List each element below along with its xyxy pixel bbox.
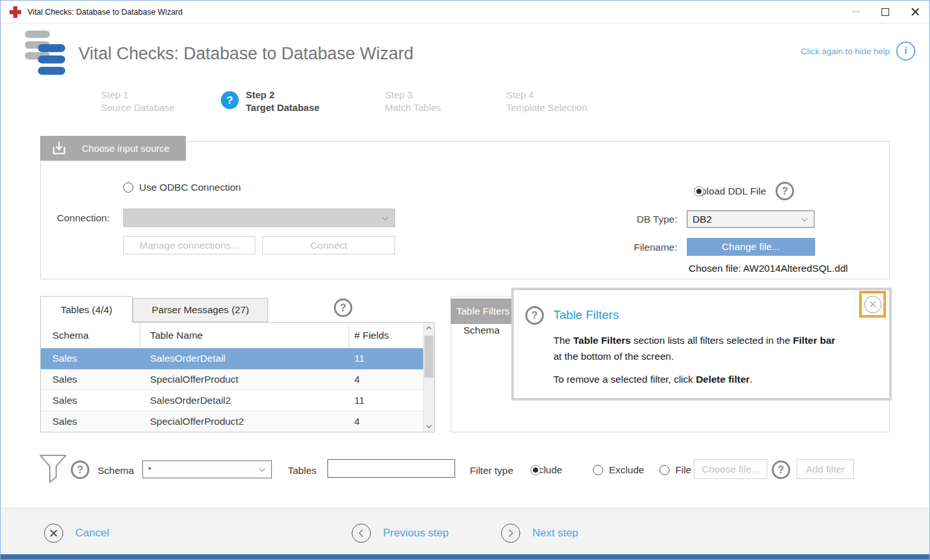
cell-table-name: SpecialOfferProduct [140, 369, 349, 390]
hide-help-link[interactable]: Click again to hide help [800, 41, 915, 61]
upload-help-icon[interactable] [776, 182, 794, 200]
manage-connections-button[interactable]: Manage connections... [123, 236, 255, 254]
step-4-template-selection[interactable]: Step 4 Template Selection [506, 89, 587, 114]
odbc-connection-radio[interactable]: Use ODBC Connection [123, 182, 241, 193]
window-title: Vital Checks: Database to Database Wizar… [27, 8, 183, 17]
close-button[interactable] [900, 1, 929, 23]
filter-schema-value: * [148, 465, 151, 475]
popup-paragraph-2: To remove a selected filter, click Delet… [553, 371, 873, 387]
download-icon [50, 140, 68, 157]
popup-paragraph-1: The Table Filters section lists all filt… [553, 332, 873, 364]
vertical-scrollbar[interactable] [423, 323, 434, 432]
maximize-icon [881, 8, 889, 16]
col-table-name: Table Name [140, 323, 349, 348]
file-radio-label: File [675, 464, 691, 476]
filter-type-label: Filter type [470, 465, 513, 476]
input-source-header: Choose input source [40, 136, 186, 161]
tab-parser-messages[interactable]: Parser Messages (27) [133, 298, 268, 322]
step-1-source-database[interactable]: Step 1 Source Database [101, 89, 175, 114]
table-filters-schema-column: Schema [463, 325, 500, 336]
cell-schema: Sales [41, 369, 140, 390]
file-radio-circle [659, 465, 670, 475]
odbc-radio-circle [123, 182, 133, 193]
app-window: Vital Checks: Database to Database Wizar… [0, 0, 930, 560]
upload-radio-circle [694, 186, 704, 196]
upload-ddl-radio[interactable]: Upload DDL File [694, 182, 794, 200]
step-1-number: Step 1 [101, 89, 175, 101]
table-row[interactable]: Sales SpecialOfferProduct 4 [41, 369, 434, 390]
close-icon [869, 301, 876, 307]
db-type-select[interactable]: DB2 [687, 210, 814, 228]
next-step-button[interactable]: Next step [501, 524, 578, 543]
filter-schema-select[interactable]: * [142, 461, 272, 478]
cell-num-fields: 4 [349, 411, 423, 432]
filter-funnel-icon [39, 454, 67, 487]
step-3-label: Match Tables [385, 101, 441, 114]
info-icon [896, 41, 915, 61]
filter-schema-label: Schema [98, 465, 134, 476]
filter-type-file-radio[interactable]: File [659, 464, 691, 476]
choose-file-button[interactable]: Choose file... [694, 459, 767, 479]
step-2-question-icon [221, 91, 239, 109]
step-3-number: Step 3 [385, 89, 441, 101]
input-source-header-label: Choose input source [82, 143, 170, 154]
cancel-x-icon [44, 524, 63, 543]
tables-help-icon[interactable] [334, 298, 352, 317]
table-row[interactable]: Sales SpecialOfferProduct2 4 [41, 411, 434, 432]
cell-schema: Sales [41, 390, 140, 411]
table-row[interactable]: Sales SalesOrderDetail 11 [41, 348, 434, 369]
scroll-up-arrow[interactable] [424, 323, 434, 334]
connect-button[interactable]: Connect [262, 236, 395, 254]
filter-tables-label: Tables [288, 465, 317, 476]
choose-file-help-icon[interactable] [772, 461, 790, 479]
scroll-down-arrow[interactable] [424, 421, 434, 432]
table-filters-help-popup: Table Filters The Table Filters section … [511, 288, 892, 401]
exclude-radio-circle [593, 465, 603, 475]
next-step-label: Next step [532, 527, 578, 540]
db-type-label: DB Type: [592, 214, 677, 225]
db-type-value: DB2 [693, 214, 712, 225]
change-file-button[interactable]: Change file... [687, 238, 815, 256]
popup-close-highlight [859, 291, 886, 318]
col-schema: Schema [41, 323, 140, 348]
scrollbar-thumb[interactable] [424, 335, 433, 378]
connection-label: Connection: [57, 212, 110, 224]
chevron-down-icon [802, 215, 808, 221]
chevron-down-icon [259, 466, 266, 472]
cell-num-fields: 4 [349, 369, 423, 390]
filter-type-exclude-radio[interactable]: Exclude [593, 464, 644, 476]
connection-select[interactable] [123, 209, 395, 227]
table-filters-header: Table Filters [451, 298, 513, 324]
add-filter-button[interactable]: Add filter [797, 459, 854, 479]
include-radio-circle [530, 465, 541, 475]
maximize-button[interactable] [871, 1, 900, 23]
previous-step-button[interactable]: Previous step [352, 524, 449, 543]
previous-step-label: Previous step [383, 527, 449, 540]
step-2-label: Target Database [246, 101, 320, 114]
cancel-button[interactable]: Cancel [44, 524, 109, 543]
filename-label: Filename: [592, 242, 677, 253]
col-num-fields: # Fields [349, 323, 423, 348]
popup-close-button[interactable] [864, 296, 881, 313]
filter-tables-input[interactable] [327, 459, 455, 478]
minimize-icon [852, 11, 860, 12]
step-3-match-tables[interactable]: Step 3 Match Tables [385, 89, 441, 114]
filter-help-icon[interactable] [71, 461, 89, 479]
step-4-label: Template Selection [506, 101, 587, 114]
step-4-number: Step 4 [506, 89, 587, 101]
filter-type-include-radio[interactable]: Include [530, 464, 562, 476]
cancel-label: Cancel [75, 527, 109, 540]
cell-schema: Sales [41, 348, 140, 369]
chevron-right-icon [501, 524, 520, 543]
cell-table-name: SalesOrderDetail [140, 348, 349, 369]
minimize-button[interactable] [841, 1, 871, 23]
popup-help-icon [525, 306, 544, 325]
cell-num-fields: 11 [349, 348, 423, 369]
step-1-label: Source Database [101, 101, 175, 114]
step-2-target-database[interactable]: Step 2 Target Database [221, 89, 320, 114]
bottom-accent-bar [1, 554, 929, 559]
hide-help-label: Click again to hide help [800, 47, 890, 56]
tab-tables[interactable]: Tables (4/4) [40, 296, 133, 323]
table-row[interactable]: Sales SalesOrderDetail2 11 [41, 390, 434, 411]
cell-table-name: SalesOrderDetail2 [140, 390, 349, 411]
